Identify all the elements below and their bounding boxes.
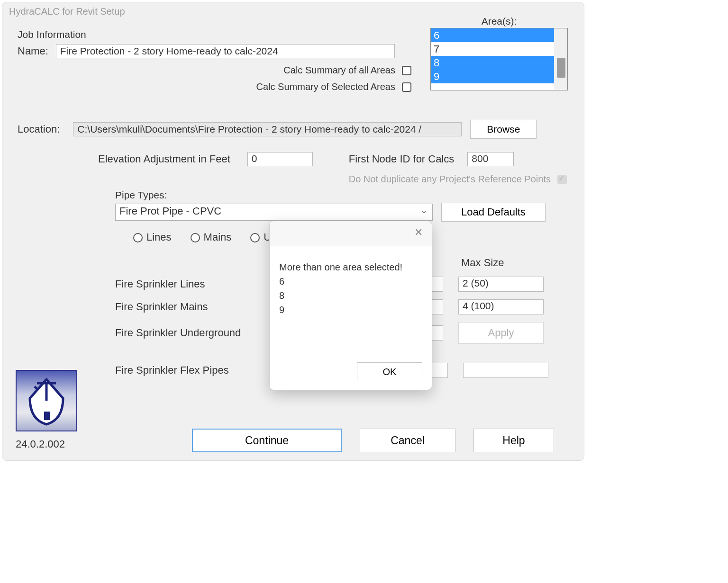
cancel-button[interactable]: Cancel bbox=[360, 429, 455, 452]
pipe-types-label: Pipe Types: bbox=[115, 189, 569, 201]
flex-max-input[interactable] bbox=[463, 363, 548, 378]
radio-lines[interactable]: Lines bbox=[133, 231, 172, 243]
row-underground-label: Fire Sprinkler Underground bbox=[115, 327, 257, 339]
area-item-7[interactable]: 7 bbox=[431, 42, 567, 56]
elevation-input[interactable]: 0 bbox=[247, 152, 313, 166]
max-size-header: Max Size bbox=[461, 257, 504, 269]
alert-message: More than one area selected! bbox=[279, 260, 422, 274]
version-label: 24.0.2.002 bbox=[16, 438, 65, 450]
areas-listbox[interactable]: 6 7 8 9 bbox=[430, 28, 568, 90]
calc-selected-checkbox[interactable] bbox=[402, 82, 411, 92]
load-defaults-button[interactable]: Load Defaults bbox=[441, 203, 546, 222]
row-lines-label: Fire Sprinkler Lines bbox=[115, 278, 257, 290]
duplicate-label: Do Not duplicate any Project's Reference… bbox=[349, 174, 551, 185]
radio-u[interactable]: U bbox=[250, 231, 271, 243]
alert-area-1: 6 bbox=[279, 274, 422, 288]
first-node-input[interactable]: 800 bbox=[467, 152, 514, 166]
calc-all-checkbox[interactable] bbox=[402, 66, 411, 75]
areas-label: Area(s): bbox=[430, 16, 568, 27]
app-logo bbox=[16, 370, 77, 431]
row-mains-label: Fire Sprinkler Mains bbox=[115, 301, 257, 313]
pipe-type-select[interactable]: Fire Prot Pipe - CPVC bbox=[115, 204, 433, 221]
alert-area-2: 8 bbox=[279, 288, 422, 303]
calc-all-label: Calc Summary of all Areas bbox=[283, 65, 395, 76]
areas-scrollbar[interactable] bbox=[554, 28, 567, 90]
browse-button[interactable]: Browse bbox=[470, 120, 537, 139]
help-button[interactable]: Help bbox=[473, 429, 554, 452]
close-icon[interactable]: ✕ bbox=[412, 227, 425, 240]
calc-selected-label: Calc Summary of Selected Areas bbox=[256, 81, 395, 92]
svg-rect-0 bbox=[44, 412, 50, 420]
alert-dialog: ✕ More than one area selected! 6 8 9 OK bbox=[269, 221, 432, 390]
area-item-6[interactable]: 6 bbox=[431, 28, 567, 42]
elevation-label: Elevation Adjustment in Feet bbox=[98, 153, 230, 165]
hydracalc-logo-icon bbox=[23, 375, 70, 427]
location-label: Location: bbox=[18, 123, 60, 135]
flex-pipes-label: Fire Sprinkler Flex Pipes bbox=[115, 364, 262, 377]
radio-mains[interactable]: Mains bbox=[191, 231, 232, 243]
ok-button[interactable]: OK bbox=[357, 362, 422, 381]
area-item-8[interactable]: 8 bbox=[431, 56, 567, 70]
location-input[interactable]: C:\Users\mkuli\Documents\Fire Protection… bbox=[73, 122, 462, 136]
area-item-9[interactable]: 9 bbox=[431, 70, 567, 83]
alert-body: More than one area selected! 6 8 9 bbox=[270, 246, 432, 322]
apply-button[interactable]: Apply bbox=[458, 322, 544, 344]
first-node-label: First Node ID for Calcs bbox=[349, 153, 455, 165]
continue-button[interactable]: Continue bbox=[192, 429, 342, 452]
alert-area-3: 9 bbox=[279, 303, 422, 317]
name-label: Name: bbox=[18, 45, 48, 57]
row-mains-max[interactable]: 4 (100) bbox=[458, 299, 544, 314]
row-lines-max[interactable]: 2 (50) bbox=[458, 277, 544, 292]
duplicate-checkbox bbox=[557, 175, 567, 184]
areas-scroll-thumb[interactable] bbox=[557, 58, 565, 78]
name-input[interactable]: Fire Protection - 2 story Home-ready to … bbox=[56, 44, 395, 58]
